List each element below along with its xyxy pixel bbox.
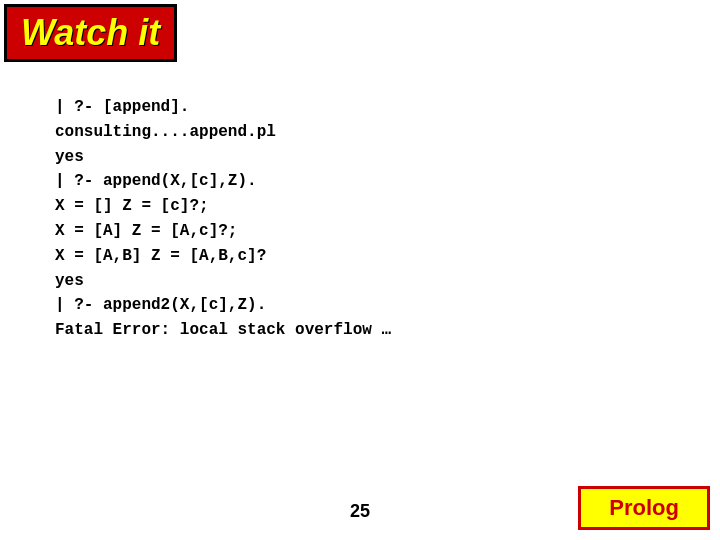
code-line-7: X = [A,B] Z = [A,B,c]? [55, 244, 391, 269]
code-line-3: yes [55, 145, 391, 170]
code-line-5: X = [] Z = [c]?; [55, 194, 391, 219]
code-line-1: | ?- [append]. [55, 95, 391, 120]
code-block: | ?- [append]. consulting....append.pl y… [55, 95, 391, 343]
code-line-4: | ?- append(X,[c],Z). [55, 169, 391, 194]
prolog-badge: Prolog [578, 486, 710, 530]
watch-it-badge: Watch it [4, 4, 177, 62]
watch-it-text: Watch it [21, 12, 160, 53]
code-line-9: | ?- append2(X,[c],Z). [55, 293, 391, 318]
page-number: 25 [350, 501, 370, 522]
code-line-2: consulting....append.pl [55, 120, 391, 145]
prolog-label: Prolog [609, 495, 679, 520]
code-line-10: Fatal Error: local stack overflow … [55, 318, 391, 343]
code-line-6: X = [A] Z = [A,c]?; [55, 219, 391, 244]
code-line-8: yes [55, 269, 391, 294]
